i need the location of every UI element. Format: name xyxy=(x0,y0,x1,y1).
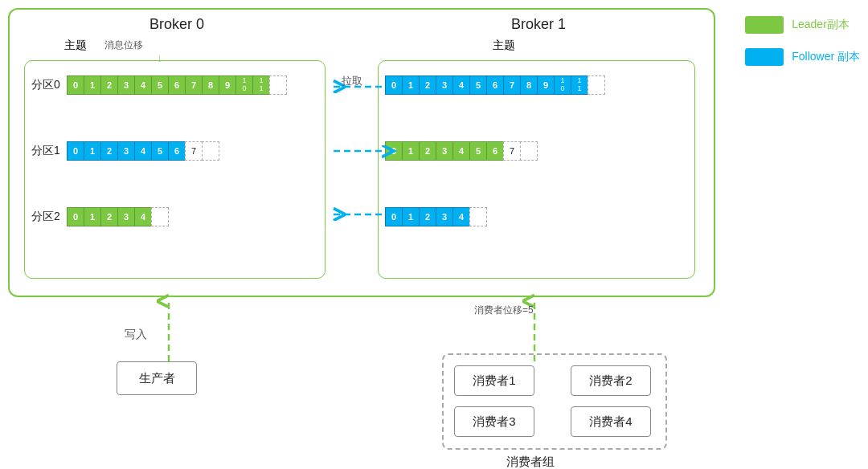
cell-dashed: 7 xyxy=(185,141,203,161)
broker0-partition-box: 分区0 0 1 2 3 4 5 6 7 8 9 10 11 xyxy=(24,60,326,279)
consumer-offset-label: 消费者位移=5 xyxy=(474,304,534,317)
broker1-p0-cells: 0 1 2 3 4 5 6 7 8 9 10 11 xyxy=(385,75,604,95)
cell: 3 xyxy=(436,75,453,95)
cell: 10 xyxy=(235,75,253,95)
leader-icon xyxy=(745,16,784,34)
cell: 6 xyxy=(486,141,504,161)
main-container: Leader副本 Follower 副本 Broker 0 主题 消息位移 ↓ … xyxy=(0,0,868,469)
consumer1-box: 消费者1 xyxy=(454,365,534,396)
cell: 11 xyxy=(571,75,588,95)
consumer1-label: 消费者1 xyxy=(473,373,515,389)
cell: 9 xyxy=(537,75,555,95)
cell: 1 xyxy=(84,207,101,226)
cell: 2 xyxy=(100,75,118,95)
write-label: 写入 xyxy=(125,328,147,342)
cell-dashed xyxy=(202,141,219,161)
cell: 0 xyxy=(67,207,84,226)
producer-label: 生产者 xyxy=(139,371,175,386)
cell: 0 xyxy=(67,141,84,161)
broker0-p1-cells: 0 1 2 3 4 5 6 7 xyxy=(67,141,219,161)
cell: 0 xyxy=(385,207,403,226)
broker0-offset-label: 消息位移 xyxy=(104,39,143,52)
cell: 4 xyxy=(134,141,152,161)
consumer2-label: 消费者2 xyxy=(589,373,632,389)
cell: 9 xyxy=(219,75,236,95)
cell: 3 xyxy=(117,75,135,95)
cell-dashed xyxy=(469,207,487,226)
cell: 1 xyxy=(402,207,420,226)
cell: 10 xyxy=(554,75,571,95)
cell: 3 xyxy=(436,207,453,226)
legend-leader: Leader副本 xyxy=(745,16,860,34)
cell-dashed xyxy=(151,207,169,226)
cell: 5 xyxy=(469,141,487,161)
cell: 2 xyxy=(100,141,118,161)
cell: 6 xyxy=(486,75,504,95)
cell: 2 xyxy=(419,141,436,161)
pull-label: 拉取 xyxy=(342,74,362,88)
broker0-title: Broker 0 xyxy=(20,16,334,33)
cell: 6 xyxy=(168,75,186,95)
broker1-p2-cells: 0 1 2 3 4 xyxy=(385,207,486,226)
cell: 1 xyxy=(402,141,420,161)
broker0-partition2-row: 分区2 0 1 2 3 4 xyxy=(31,207,168,226)
cell: 0 xyxy=(67,75,84,95)
broker0-p2-cells: 0 1 2 3 4 xyxy=(67,207,168,226)
cell: 3 xyxy=(436,141,453,161)
cell: 2 xyxy=(419,75,436,95)
cell-dashed: 7 xyxy=(503,141,521,161)
cell: 5 xyxy=(151,141,169,161)
broker1-partition-box: 0 1 2 3 4 5 6 7 8 9 10 11 xyxy=(378,60,695,279)
cell: 3 xyxy=(117,207,135,226)
broker1-title: Broker 1 xyxy=(374,16,703,33)
cell: 8 xyxy=(202,75,219,95)
legend-follower: Follower 副本 xyxy=(745,48,860,66)
broker-1: Broker 1 主题 0 1 2 3 4 5 6 7 8 xyxy=(374,16,703,286)
follower-icon xyxy=(745,48,784,66)
consumer2-box: 消费者2 xyxy=(571,365,651,396)
cell: 5 xyxy=(151,75,169,95)
cell: 1 xyxy=(84,75,101,95)
cell: 7 xyxy=(185,75,203,95)
cell: 0 xyxy=(385,141,403,161)
consumer-group-label: 消费者组 xyxy=(506,455,555,469)
cell: 3 xyxy=(117,141,135,161)
broker-0: Broker 0 主题 消息位移 ↓ 分区0 0 1 2 3 4 5 xyxy=(20,16,334,286)
cell: 1 xyxy=(84,141,101,161)
consumer3-label: 消费者3 xyxy=(473,414,515,430)
broker1-partition1-row: 0 1 2 3 4 5 6 7 xyxy=(385,141,537,161)
broker0-p2-label: 分区2 xyxy=(31,210,62,224)
cell: 6 xyxy=(168,141,186,161)
cell: 5 xyxy=(469,75,487,95)
cell: 4 xyxy=(452,75,470,95)
broker1-topic-label: 主题 xyxy=(493,39,515,53)
broker1-partition2-row: 0 1 2 3 4 xyxy=(385,207,486,226)
broker1-p1-cells: 0 1 2 3 4 5 6 7 xyxy=(385,141,537,161)
broker0-topic-label: 主题 xyxy=(64,39,87,53)
cell: 4 xyxy=(452,207,470,226)
leader-label: Leader副本 xyxy=(792,18,850,32)
cell: 8 xyxy=(520,75,538,95)
cell-dashed xyxy=(269,75,287,95)
broker0-p0-label: 分区0 xyxy=(31,78,62,92)
cell: 2 xyxy=(419,207,436,226)
cell: 7 xyxy=(503,75,521,95)
cell: 4 xyxy=(134,207,152,226)
cell-dashed xyxy=(588,75,605,95)
broker0-partition1-row: 分区1 0 1 2 3 4 5 6 7 xyxy=(31,141,219,161)
consumer3-box: 消费者3 xyxy=(454,406,534,437)
cell: 11 xyxy=(252,75,270,95)
broker0-p0-cells: 0 1 2 3 4 5 6 7 8 9 10 11 xyxy=(67,75,286,95)
cell-dashed xyxy=(520,141,538,161)
cell: 4 xyxy=(452,141,470,161)
cell: 1 xyxy=(402,75,420,95)
consumer4-label: 消费者4 xyxy=(589,414,632,430)
consumer4-box: 消费者4 xyxy=(571,406,651,437)
legend: Leader副本 Follower 副本 xyxy=(745,16,860,66)
cell: 4 xyxy=(134,75,152,95)
producer-box: 生产者 xyxy=(117,361,197,395)
follower-label: Follower 副本 xyxy=(792,50,860,64)
cell: 0 xyxy=(385,75,403,95)
cell: 2 xyxy=(100,207,118,226)
broker1-partition0-row: 0 1 2 3 4 5 6 7 8 9 10 11 xyxy=(385,75,604,95)
